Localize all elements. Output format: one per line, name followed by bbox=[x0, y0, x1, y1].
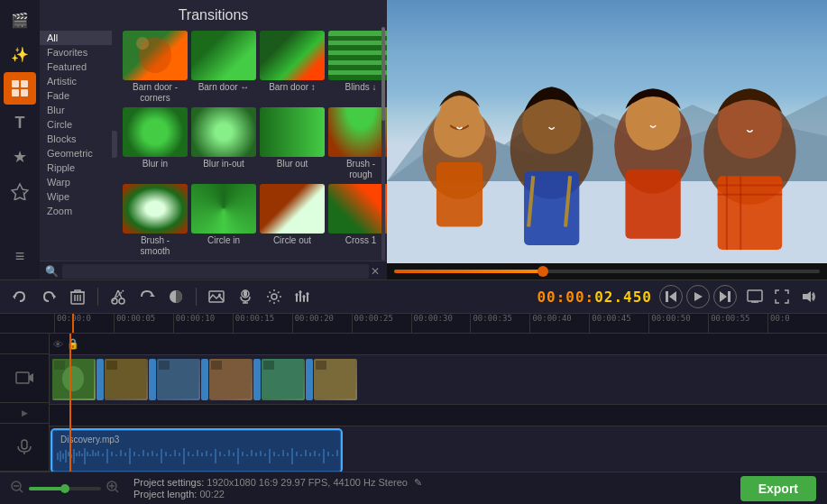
cat-favorites[interactable]: Favorites bbox=[40, 45, 112, 60]
transition-blur-inout[interactable]: Blur in-out bbox=[191, 107, 256, 180]
rotate-button[interactable] bbox=[134, 284, 160, 309]
image-button[interactable] bbox=[204, 284, 229, 309]
project-edit-button[interactable]: ✎ bbox=[414, 477, 422, 488]
svg-rect-62 bbox=[728, 291, 731, 302]
timecode-display: 00:00:02.450 bbox=[537, 289, 652, 306]
transition-brush-rough[interactable]: Brush -rough bbox=[328, 107, 387, 180]
svg-rect-52 bbox=[303, 295, 305, 302]
equalizer-button[interactable] bbox=[290, 284, 316, 309]
svg-rect-3 bbox=[21, 89, 28, 96]
cat-fade[interactable]: Fade bbox=[40, 88, 112, 103]
panel-content: All Favorites Featured Artistic Fade Blu… bbox=[40, 27, 387, 261]
app-container: 🎬 ✨ T ★ ≡ Transitions All Favorites Feat… bbox=[0, 0, 827, 504]
delete-button[interactable] bbox=[65, 284, 90, 309]
fullscreen-button[interactable] bbox=[771, 286, 793, 307]
transitions-panel: Transitions All Favorites Featured Artis… bbox=[40, 0, 387, 279]
collapse-panel-button[interactable]: ‹ bbox=[112, 131, 117, 158]
sidebar-icon-transitions[interactable] bbox=[4, 72, 36, 105]
clip-thumb-5 bbox=[262, 359, 305, 400]
undo-button[interactable] bbox=[7, 284, 32, 309]
ruler-mark: 00:00:50 bbox=[648, 314, 708, 333]
sidebar-icon-star[interactable]: ★ bbox=[4, 141, 36, 173]
playback-buttons bbox=[659, 285, 737, 308]
export-button[interactable]: Export bbox=[740, 476, 816, 501]
audio-clip[interactable]: Discovery.mp3 bbox=[52, 430, 341, 472]
cat-featured[interactable]: Featured bbox=[40, 60, 112, 74]
project-settings-value: 1920x1080 16:9 29.97 FPS, 44100 Hz Stere… bbox=[207, 477, 408, 488]
transition-brush-smooth[interactable]: Brush -smooth bbox=[123, 184, 188, 257]
transition-circle-out[interactable]: Circle out bbox=[260, 184, 325, 257]
sidebar-icon-magic[interactable]: ✨ bbox=[4, 38, 36, 70]
sidebar-icon-text[interactable]: T bbox=[4, 106, 36, 139]
svg-marker-41 bbox=[150, 294, 155, 297]
transition-barn-door-corners[interactable]: Barn door -corners bbox=[123, 31, 188, 104]
eye-button[interactable]: 👁 bbox=[53, 339, 63, 350]
transition-label: Blur in bbox=[142, 159, 168, 170]
video-track bbox=[50, 355, 827, 405]
export-frame-button[interactable] bbox=[744, 286, 766, 307]
video-clip[interactable] bbox=[52, 358, 357, 401]
svg-rect-79 bbox=[211, 361, 222, 370]
search-icon: 🔍 bbox=[45, 265, 59, 278]
ruler-mark: 00:00:0 bbox=[54, 314, 114, 333]
transition-blinds[interactable]: Blinds ↓ bbox=[328, 31, 387, 104]
progress-track[interactable] bbox=[394, 270, 820, 273]
transition-circle-in[interactable]: Circle in bbox=[191, 184, 256, 257]
cat-circle[interactable]: Circle bbox=[40, 117, 112, 132]
transition-barn-door-h[interactable]: Barn door ↔ bbox=[191, 31, 256, 104]
audio-button[interactable] bbox=[233, 284, 258, 309]
transition-blur-in[interactable]: Blur in bbox=[123, 107, 188, 180]
svg-point-36 bbox=[112, 298, 117, 304]
transition-indicator-2 bbox=[149, 359, 156, 400]
sidebar-icon-film[interactable]: 🎬 bbox=[4, 4, 36, 36]
cat-blur[interactable]: Blur bbox=[40, 103, 112, 117]
cat-ripple[interactable]: Ripple bbox=[40, 160, 112, 175]
transition-blur-out[interactable]: Blur out bbox=[260, 107, 325, 180]
transition-label: Brush -rough bbox=[346, 159, 375, 180]
sidebar-icon-menu[interactable]: ≡ bbox=[4, 240, 36, 272]
redo-button[interactable] bbox=[36, 284, 61, 309]
cat-artistic[interactable]: Artistic bbox=[40, 74, 112, 88]
svg-marker-30 bbox=[53, 294, 56, 299]
audio-track-label-2 bbox=[0, 424, 49, 472]
project-settings-label: Project settings: bbox=[133, 477, 204, 488]
playhead[interactable] bbox=[72, 314, 74, 333]
scale-minus-button[interactable] bbox=[11, 481, 23, 496]
cut-button[interactable] bbox=[106, 284, 131, 309]
play-pause-button[interactable] bbox=[686, 285, 710, 308]
transition-cross1[interactable]: Cross 1 bbox=[328, 184, 387, 257]
scale-track[interactable] bbox=[29, 487, 101, 490]
timeline-area: 00:00:0 00:00:05 00:00:10 00:00:15 00:00… bbox=[0, 314, 827, 472]
transition-barn-door-v[interactable]: Barn door ↕ bbox=[260, 31, 325, 104]
cat-geometric[interactable]: Geometric bbox=[40, 146, 112, 160]
clip-thumb-3 bbox=[157, 359, 200, 400]
scroll-bar[interactable] bbox=[381, 27, 385, 261]
svg-point-7 bbox=[136, 37, 149, 50]
transition-indicator-4 bbox=[253, 359, 261, 400]
sidebar-icon-fx[interactable] bbox=[4, 175, 36, 207]
cat-wipe[interactable]: Wipe bbox=[40, 189, 112, 204]
skip-forward-button[interactable] bbox=[713, 285, 737, 308]
search-clear-button[interactable]: ✕ bbox=[369, 265, 381, 278]
transition-label: Barn door ↕ bbox=[269, 82, 316, 93]
project-length-value: 00:22 bbox=[199, 489, 225, 499]
color-button[interactable] bbox=[163, 284, 188, 309]
panel-title: Transitions bbox=[40, 0, 387, 27]
svg-rect-21 bbox=[625, 170, 680, 239]
skip-back-button[interactable] bbox=[659, 285, 683, 308]
cat-all[interactable]: All bbox=[40, 31, 112, 45]
svg-rect-75 bbox=[106, 361, 117, 370]
cat-zoom[interactable]: Zoom bbox=[40, 204, 112, 218]
toolbar-right: 00:00:02.450 bbox=[537, 285, 820, 308]
toolbar-separator-2 bbox=[196, 288, 197, 306]
cat-warp[interactable]: Warp bbox=[40, 175, 112, 189]
volume-button[interactable] bbox=[798, 286, 820, 307]
transition-label: Circle in bbox=[207, 235, 240, 246]
svg-marker-61 bbox=[720, 291, 727, 302]
settings-button[interactable] bbox=[262, 284, 287, 309]
scale-fill bbox=[29, 487, 65, 490]
cat-blocks[interactable]: Blocks bbox=[40, 132, 112, 146]
preview-actions bbox=[744, 286, 820, 307]
search-input[interactable] bbox=[62, 264, 369, 279]
scale-plus-button[interactable] bbox=[106, 481, 119, 496]
